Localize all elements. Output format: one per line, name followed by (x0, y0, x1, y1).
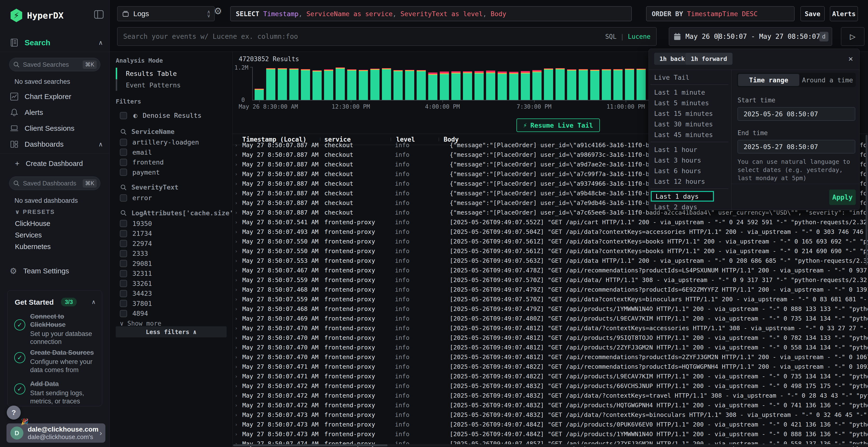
row-expand-chevron-icon[interactable]: › (235, 238, 242, 244)
row-expand-chevron-icon[interactable]: › (235, 364, 242, 370)
horizontal-scrollbar-thumb[interactable] (233, 444, 388, 446)
row-expand-chevron-icon[interactable]: › (235, 383, 242, 389)
log-row[interactable]: ›May 27 8:50:07.471 AMfrontend-proxyinfo… (233, 371, 868, 381)
sidebar-item-dashboards[interactable]: Dashboards ∧ (0, 137, 110, 151)
filter-value-checkbox[interactable]: artillery-loadgen (120, 138, 199, 146)
histogram-bar[interactable] (428, 72, 437, 100)
histogram-bar[interactable] (370, 69, 379, 100)
log-row[interactable]: ›May 27 8:50:07.468 AMfrontend-proxyinfo… (233, 304, 868, 314)
horizontal-scrollbar-track[interactable] (233, 444, 868, 447)
row-expand-chevron-icon[interactable]: › (235, 142, 242, 148)
time-option-last-6-hours[interactable]: Last 6 hours (649, 166, 728, 176)
histogram-bar[interactable] (544, 68, 553, 100)
filter-value-checkbox[interactable]: 19350 (120, 220, 152, 227)
histogram-bar[interactable] (324, 69, 333, 100)
row-expand-chevron-icon[interactable]: › (235, 325, 242, 331)
close-icon[interactable]: × (848, 54, 853, 64)
log-row[interactable]: ›May 27 8:50:07.559 AMfrontend-proxyinfo… (233, 275, 868, 285)
log-row[interactable]: ›May 27 8:50:07.541 AMfrontend-proxyinfo… (233, 217, 868, 227)
histogram-bar[interactable] (474, 71, 484, 100)
row-expand-chevron-icon[interactable]: › (235, 200, 242, 206)
time-option-last-12-hours[interactable]: Last 12 hours (649, 176, 728, 187)
row-expand-chevron-icon[interactable]: › (235, 412, 242, 418)
filter-value-checkbox[interactable]: error (120, 194, 152, 202)
tab-around-a-time[interactable]: Around a time (799, 73, 856, 87)
log-row[interactable]: ›May 27 8:50:07.467 AMfrontend-proxyinfo… (233, 265, 868, 275)
histogram-bar[interactable] (602, 69, 611, 100)
time-option-last-15-minutes[interactable]: Last 15 minutes (649, 108, 728, 119)
time-option-live-tail[interactable]: Live Tail (649, 72, 728, 82)
alerts-button[interactable]: Alerts (830, 6, 858, 21)
filter-value-checkbox[interactable]: 33261 (120, 280, 152, 287)
histogram-bar[interactable] (266, 68, 275, 100)
time-option-last-30-minutes[interactable]: Last 30 minutes (649, 119, 728, 129)
run-query-button[interactable]: ▷ (841, 27, 864, 46)
saved-searches-input[interactable]: Saved Searches ⌘K (9, 58, 100, 71)
less-filters-button[interactable]: Less filters ∧ (116, 326, 227, 337)
histogram-bar[interactable] (498, 72, 507, 100)
mode-sql[interactable]: SQL (605, 33, 617, 40)
log-row[interactable]: ›May 27 8:50:07.473 AMfrontend-proxyinfo… (233, 419, 868, 429)
row-expand-chevron-icon[interactable]: › (235, 258, 242, 264)
histogram-bar[interactable] (579, 69, 588, 100)
histogram-bar[interactable] (312, 70, 322, 100)
histogram-bar[interactable] (452, 71, 461, 100)
histogram-bar[interactable] (289, 68, 299, 100)
vertical-scrollbar-thumb[interactable] (866, 135, 868, 265)
row-expand-chevron-icon[interactable]: › (235, 229, 242, 235)
preset-services[interactable]: Services (15, 231, 42, 239)
row-expand-chevron-icon[interactable]: › (235, 296, 242, 302)
row-expand-chevron-icon[interactable]: › (235, 181, 242, 187)
row-expand-chevron-icon[interactable]: › (235, 286, 242, 293)
filter-value-checkbox[interactable]: 4894 (120, 310, 148, 317)
histogram-bar[interactable] (637, 69, 646, 100)
sidebar-item-team-settings[interactable]: ⚙ Team Settings (0, 264, 110, 278)
row-expand-chevron-icon[interactable]: › (235, 392, 242, 399)
row-expand-chevron-icon[interactable]: › (235, 152, 242, 158)
log-row[interactable]: ›May 27 8:50:07.472 AMfrontend-proxyinfo… (233, 391, 868, 400)
chevron-up-icon[interactable]: ∧ (91, 299, 96, 305)
save-button[interactable]: Save (801, 6, 825, 21)
show-more-link[interactable]: ∨ Show more (120, 320, 161, 327)
log-row[interactable]: ›May 27 8:50:07.469 AMfrontend-proxyinfo… (233, 314, 868, 323)
time-option-last-3-hours[interactable]: Last 3 hours (649, 155, 728, 166)
log-row[interactable]: ›May 27 8:50:07.550 AMfrontend-proxyinfo… (233, 246, 868, 256)
log-row[interactable]: ›May 27 8:50:07.470 AMfrontend-proxyinfo… (233, 352, 868, 362)
histogram-bar[interactable] (590, 70, 599, 100)
histogram-bar[interactable] (347, 69, 356, 100)
log-row[interactable]: ›May 27 8:50:07.473 AMfrontend-proxyinfo… (233, 410, 868, 419)
row-expand-chevron-icon[interactable]: › (235, 190, 242, 196)
row-expand-chevron-icon[interactable]: › (235, 354, 242, 360)
help-button[interactable]: ? (7, 406, 21, 419)
row-expand-chevron-icon[interactable]: › (235, 315, 242, 321)
saved-dashboards-input[interactable]: Saved Dashboards ⌘K (9, 176, 100, 190)
histogram-bar[interactable] (301, 69, 310, 100)
row-expand-chevron-icon[interactable]: › (235, 402, 242, 408)
presets-header[interactable]: ∨ PRESETS (15, 209, 55, 215)
histogram-bar[interactable] (532, 70, 541, 100)
one-hour-back-button[interactable]: 1h back (654, 53, 690, 65)
filter-value-checkbox[interactable]: payment (120, 169, 160, 176)
source-select[interactable]: Logs ∧∨ (117, 6, 215, 21)
filter-value-checkbox[interactable]: 32311 (120, 270, 152, 277)
log-row[interactable]: ›May 27 8:50:07.472 AMfrontend-proxyinfo… (233, 400, 868, 410)
sidebar-item-chart-explorer[interactable]: Chart Explorer (0, 90, 110, 104)
order-by-input[interactable]: ORDER BY TimestampTime DESC (646, 6, 795, 21)
log-row[interactable]: ›May 27 8:50:07.470 AMfrontend-proxyinfo… (233, 333, 868, 342)
row-expand-chevron-icon[interactable]: › (235, 373, 242, 379)
time-option-last-45-minutes[interactable]: Last 45 minutes (649, 129, 728, 140)
filter-value-checkbox[interactable]: frontend (120, 159, 164, 166)
sidebar-item-client-sessions[interactable]: Client Sessions (0, 122, 110, 135)
user-card[interactable]: D dale@clickhouse.com dale@clickhouse.co… (6, 423, 105, 443)
date-range-input[interactable]: May 26 08:50:07 - May 27 08:50:07 d (669, 27, 832, 46)
histogram-bar[interactable] (255, 89, 264, 100)
row-expand-chevron-icon[interactable]: › (235, 219, 242, 225)
row-expand-chevron-icon[interactable]: › (235, 306, 242, 312)
filter-value-checkbox[interactable]: 29081 (120, 260, 152, 267)
log-row[interactable]: ›May 27 8:50:07.468 AMfrontend-proxyinfo… (233, 285, 868, 294)
histogram-bar[interactable] (416, 70, 426, 100)
row-expand-chevron-icon[interactable]: › (235, 335, 242, 341)
log-row[interactable]: ›May 27 8:50:07.470 AMfrontend-proxyinfo… (233, 323, 868, 333)
time-option-last-1-minute[interactable]: Last 1 minute (649, 87, 728, 98)
row-expand-chevron-icon[interactable]: › (235, 421, 242, 427)
